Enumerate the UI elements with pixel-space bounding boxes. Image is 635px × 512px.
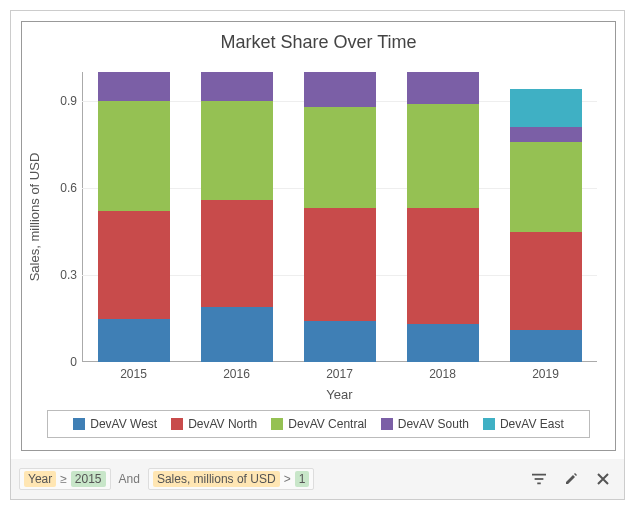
x-tick-label: 2017 <box>310 367 370 381</box>
y-axis-label: Sales, millions of USD <box>27 153 42 282</box>
legend-swatch <box>381 418 393 430</box>
y-tick-label: 0.3 <box>47 268 77 282</box>
chart-bar-segment <box>407 324 479 362</box>
chart-bar[interactable] <box>98 72 170 362</box>
legend-label: DevAV South <box>398 417 469 431</box>
y-tick-label: 0.9 <box>47 94 77 108</box>
chart-bar[interactable] <box>510 89 582 362</box>
chart-bar-segment <box>407 72 479 104</box>
y-tick-label: 0.6 <box>47 181 77 195</box>
chart-bar-segment <box>98 101 170 211</box>
y-axis-line <box>82 72 83 362</box>
x-tick-label: 2019 <box>516 367 576 381</box>
pencil-icon <box>564 472 578 486</box>
legend-label: DevAV North <box>188 417 257 431</box>
legend-item[interactable]: DevAV North <box>171 417 257 431</box>
chart-bar-segment <box>510 330 582 362</box>
edit-filter-button[interactable] <box>558 466 584 492</box>
chart-bar-segment <box>304 107 376 209</box>
filter-joiner: And <box>117 472 142 486</box>
chart-bar-segment <box>304 208 376 321</box>
filter-field: Year <box>24 471 56 487</box>
x-tick-label: 2015 <box>104 367 164 381</box>
chart-bar[interactable] <box>407 72 479 362</box>
chart-bar-segment <box>407 208 479 324</box>
filter-condition[interactable]: Sales, millions of USD > 1 <box>148 468 314 490</box>
chart-bar-segment <box>98 72 170 101</box>
chart-bar-segment <box>510 142 582 232</box>
x-axis-label: Year <box>82 387 597 402</box>
chart-bar-segment <box>304 321 376 362</box>
x-tick-label: 2018 <box>413 367 473 381</box>
legend-item[interactable]: DevAV East <box>483 417 564 431</box>
legend-swatch <box>483 418 495 430</box>
filter-op: ≥ <box>60 472 67 486</box>
legend-swatch <box>171 418 183 430</box>
chart-bar-segment <box>201 101 273 200</box>
chart-title: Market Share Over Time <box>22 32 615 53</box>
legend-label: DevAV Central <box>288 417 366 431</box>
chart-bar-segment <box>201 200 273 307</box>
chart-bar-segment <box>510 89 582 127</box>
clear-filter-button[interactable] <box>590 466 616 492</box>
svg-rect-0 <box>532 474 546 476</box>
plot-area: Sales, millions of USD Year 00.30.60.920… <box>82 72 597 362</box>
chart-bar-segment <box>98 319 170 363</box>
close-icon <box>597 473 609 485</box>
chart-bar-segment <box>201 307 273 362</box>
filter-lines-icon <box>532 472 546 486</box>
chart-bar-segment <box>510 232 582 331</box>
filter-field: Sales, millions of USD <box>153 471 280 487</box>
filter-value: 2015 <box>71 471 106 487</box>
filter-condition[interactable]: Year ≥ 2015 <box>19 468 111 490</box>
svg-rect-1 <box>535 478 544 480</box>
x-tick-label: 2016 <box>207 367 267 381</box>
legend-item[interactable]: DevAV West <box>73 417 157 431</box>
chart-bar-segment <box>304 72 376 107</box>
chart-frame: Market Share Over Time Sales, millions o… <box>21 21 616 451</box>
chart-bar-segment <box>510 127 582 142</box>
legend-label: DevAV West <box>90 417 157 431</box>
legend-item[interactable]: DevAV Central <box>271 417 366 431</box>
filter-bar: Year ≥ 2015 And Sales, millions of USD >… <box>11 459 624 499</box>
filter-editor-button[interactable] <box>526 466 552 492</box>
chart-bar[interactable] <box>201 72 273 362</box>
legend-swatch <box>271 418 283 430</box>
svg-rect-2 <box>537 483 541 485</box>
chart-bar-segment <box>98 211 170 318</box>
filter-op: > <box>284 472 291 486</box>
chart-bar-segment <box>201 72 273 101</box>
y-tick-label: 0 <box>47 355 77 369</box>
filter-value: 1 <box>295 471 310 487</box>
legend-item[interactable]: DevAV South <box>381 417 469 431</box>
legend-label: DevAV East <box>500 417 564 431</box>
chart-bar[interactable] <box>304 72 376 362</box>
app-window: Market Share Over Time Sales, millions o… <box>10 10 625 500</box>
legend-swatch <box>73 418 85 430</box>
chart-legend: DevAV WestDevAV NorthDevAV CentralDevAV … <box>47 410 590 438</box>
chart-bar-segment <box>407 104 479 208</box>
